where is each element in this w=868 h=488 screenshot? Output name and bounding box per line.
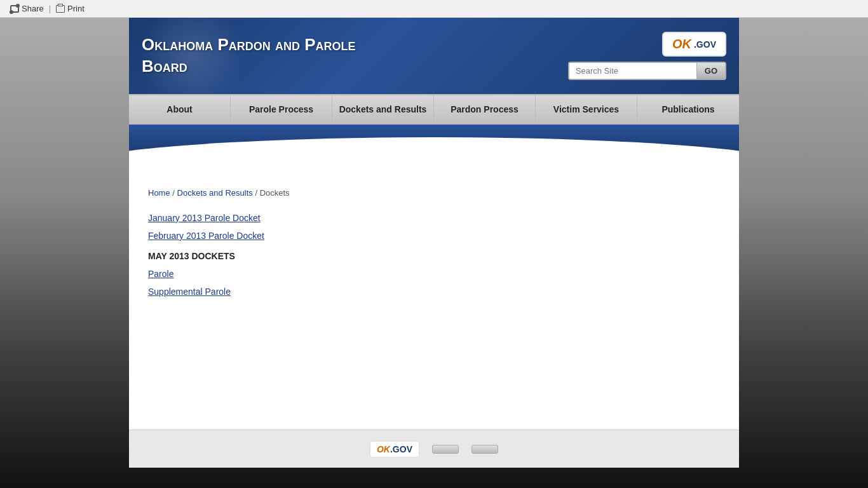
share-link[interactable]: Share [10,4,44,13]
print-label: Print [67,4,85,13]
page-wrapper: Oklahoma Pardon and Parole Board OK.GOV … [129,18,739,468]
wave-decoration [129,125,739,175]
breadcrumb-home[interactable]: Home [148,188,170,198]
search-input[interactable] [569,63,696,79]
breadcrumb-sep2: / [255,188,259,198]
search-button[interactable]: GO [696,63,725,79]
page-footer: OK.GOV [129,430,739,468]
nav-item-publications: Publications [637,95,739,123]
parole-link[interactable]: Parole [148,269,720,279]
supplemental-parole-link[interactable]: Supplemental Parole [148,287,720,297]
nav-item-about: About [129,95,231,123]
top-bar: Share | Print [0,0,868,18]
breadcrumb-dockets-results[interactable]: Dockets and Results [177,188,253,198]
nav-item-parole-process: Parole Process [231,95,332,123]
feb-2013-link[interactable]: February 2013 Parole Docket [148,231,720,241]
nav-link-pardon-process[interactable]: Pardon Process [434,95,536,123]
separator: | [49,4,51,13]
share-icon [10,5,19,13]
print-icon [56,5,65,13]
nav-list: About Parole Process Dockets and Results… [129,95,739,123]
print-link[interactable]: Print [56,4,85,13]
footer-button-1[interactable] [432,445,459,454]
breadcrumb: Home / Dockets and Results / Dockets [148,188,720,198]
content-area: Home / Dockets and Results / Dockets Jan… [129,175,739,430]
footer-button-2[interactable] [471,445,498,454]
nav-item-pardon-process: Pardon Process [434,95,536,123]
main-nav: About Parole Process Dockets and Results… [129,94,739,125]
nav-link-dockets-results[interactable]: Dockets and Results [332,95,434,123]
jan-2013-link[interactable]: January 2013 Parole Docket [148,213,720,223]
site-title: Oklahoma Pardon and Parole Board [142,34,383,78]
nav-link-victim-services[interactable]: Victim Services [536,95,637,123]
nav-link-parole-process[interactable]: Parole Process [231,95,332,123]
nav-link-publications[interactable]: Publications [637,95,739,123]
may-2013-heading: MAY 2013 DOCKETS [148,251,720,261]
site-header: Oklahoma Pardon and Parole Board OK.GOV … [129,18,739,94]
footer-logo[interactable]: OK.GOV [370,441,419,458]
share-label: Share [22,4,44,13]
ok-gov-logo[interactable]: OK.GOV [662,32,726,57]
nav-item-victim-services: Victim Services [536,95,637,123]
breadcrumb-dockets: Dockets [260,188,290,198]
search-bar: GO [568,62,726,80]
nav-item-dockets-results: Dockets and Results [332,95,434,123]
header-right: OK.GOV GO [568,32,726,80]
nav-link-about[interactable]: About [129,95,231,123]
breadcrumb-sep1: / [172,188,177,198]
